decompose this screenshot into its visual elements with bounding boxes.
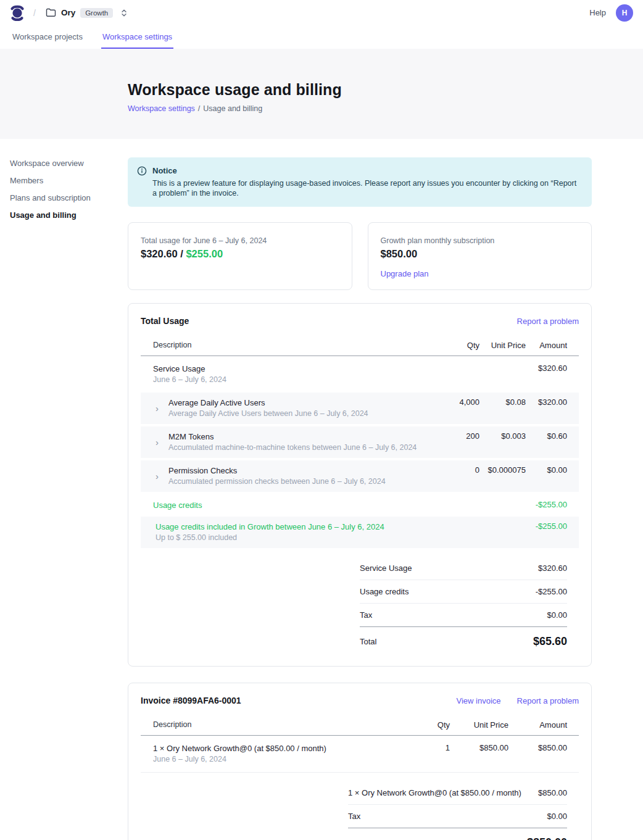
summary-row-tax: Tax $0.00: [360, 604, 567, 627]
total-usage-card-label: Total usage for June 6 – July 6, 2024: [141, 236, 339, 245]
col-unit-price: Unit Price: [450, 720, 508, 730]
total-usage-panel: Total Usage Report a problem Description…: [128, 303, 592, 667]
row-subtitle: Up to $ 255.00 included: [156, 533, 424, 543]
summary-value: -$255.00: [536, 587, 567, 596]
usage-separator: /: [178, 248, 186, 259]
row-title: Service Usage: [153, 364, 424, 374]
upgrade-plan-link[interactable]: Upgrade plan: [381, 269, 429, 278]
invoice-summary: 1 × Ory Network Growth@0 (at $850.00 / m…: [348, 781, 567, 840]
row-title: Usage credits: [153, 500, 424, 510]
summary-value: $850.00: [538, 788, 567, 797]
workspace-switcher[interactable]: Ory Growth: [46, 8, 128, 18]
row-subtitle: June 6 – July 6, 2024: [153, 754, 391, 765]
summary-label: Tax: [360, 610, 372, 620]
summary-row-usage-credits: Usage credits -$255.00: [360, 580, 567, 604]
col-description: Description: [141, 341, 424, 349]
col-amount: Amount: [508, 720, 579, 730]
row-unit-price: $850.00: [450, 743, 508, 752]
row-subtitle: Average Daily Active Users between June …: [168, 409, 368, 419]
col-qty: Qty: [424, 341, 479, 350]
row-unit-price: $0.08: [479, 397, 526, 407]
page-header: Workspace usage and billing Workspace se…: [0, 49, 643, 139]
chevron-right-icon[interactable]: ›: [156, 438, 162, 447]
row-subtitle: Accumulated machine-to-machine tokens be…: [168, 443, 417, 453]
row-title: 1 × Ory Network Growth@0 (at $850.00 / m…: [153, 743, 391, 754]
invoice-panel: Invoice #8099AFA6-0001 View invoice Repo…: [128, 683, 592, 840]
ory-logo-icon[interactable]: [10, 4, 25, 22]
sidebar-item-plans-and-subscription[interactable]: Plans and subscription: [10, 193, 128, 202]
table-row-permission-checks[interactable]: › Permission Checks Accumulated permissi…: [141, 460, 579, 492]
usage-report-problem-link[interactable]: Report a problem: [517, 317, 579, 326]
summary-row-plan: 1 × Ory Network Growth@0 (at $850.00 / m…: [348, 781, 567, 805]
col-qty: Qty: [391, 720, 450, 730]
notice-body: This is a preview feature for displaying…: [152, 178, 581, 198]
row-amount: -$255.00: [526, 500, 579, 509]
plan-badge: Growth: [80, 8, 113, 18]
table-row-usage-credits: Usage credits -$255.00: [141, 494, 579, 517]
summary-value: $0.00: [547, 610, 567, 620]
sidebar-item-usage-and-billing[interactable]: Usage and billing: [10, 210, 128, 220]
summary-value: $0.00: [547, 812, 567, 821]
tab-workspace-projects[interactable]: Workspace projects: [11, 25, 84, 49]
row-unit-price: $0.003: [479, 431, 526, 441]
invoice-panel-title: Invoice #8099AFA6-0001: [141, 696, 241, 705]
summary-total-value: $850.00: [527, 836, 567, 840]
workspace-name: Ory: [61, 8, 75, 17]
chevron-right-icon[interactable]: ›: [156, 404, 162, 413]
summary-row-total: Total $850.00: [348, 828, 567, 840]
summary-value: $320.60: [538, 563, 567, 573]
subscription-card-label: Growth plan monthly subscription: [381, 236, 579, 245]
row-title: M2M Tokens: [168, 431, 417, 442]
user-avatar[interactable]: H: [616, 4, 633, 22]
summary-row-total: Total $65.60: [360, 627, 567, 654]
row-subtitle: Accumulated permission checks between Ju…: [168, 476, 386, 487]
summary-label: 1 × Ory Network Growth@0 (at $850.00 / m…: [348, 788, 521, 797]
row-amount: $0.60: [526, 431, 579, 441]
row-amount: $320.00: [526, 397, 579, 407]
summary-label: Service Usage: [360, 563, 412, 573]
summary-label: Tax: [348, 812, 360, 821]
row-amount: -$255.00: [526, 522, 579, 531]
total-usage-card-value: $320.60 / $255.00: [141, 248, 339, 260]
preview-notice: Notice This is a preview feature for dis…: [128, 157, 592, 207]
row-unit-price: $0.000075: [479, 465, 526, 475]
help-link[interactable]: Help: [589, 8, 606, 17]
workspace-tabs: Workspace projects Workspace settings: [0, 25, 643, 49]
usage-table-header: Description Qty Unit Price Amount: [141, 336, 579, 356]
chevron-right-icon[interactable]: ›: [156, 472, 162, 481]
sidebar-item-members[interactable]: Members: [10, 176, 128, 185]
usage-table: Description Qty Unit Price Amount Servic…: [141, 336, 579, 548]
usage-current-amount: $320.60: [141, 248, 178, 259]
total-usage-card: Total usage for June 6 – July 6, 2024 $3…: [128, 222, 352, 290]
breadcrumb-separator: /: [33, 8, 36, 18]
sidebar-item-workspace-overview[interactable]: Workspace overview: [10, 159, 128, 168]
summary-row-service-usage: Service Usage $320.60: [360, 557, 567, 580]
row-qty: 0: [424, 465, 479, 475]
row-qty: 1: [391, 743, 450, 752]
table-row-usage-credits-detail: Usage credits included in Growth between…: [141, 517, 579, 548]
view-invoice-link[interactable]: View invoice: [457, 696, 501, 705]
settings-sidebar: Workspace overview Members Plans and sub…: [10, 157, 128, 840]
notice-title: Notice: [152, 165, 581, 176]
switcher-chevrons-icon[interactable]: [120, 9, 128, 17]
summary-row-tax: Tax $0.00: [348, 805, 567, 828]
row-qty: 4,000: [424, 397, 479, 407]
row-subtitle: June 6 – July 6, 2024: [153, 375, 424, 385]
usage-summary: Service Usage $320.60 Usage credits -$25…: [360, 557, 567, 654]
usage-panel-title: Total Usage: [141, 316, 189, 326]
row-title: Average Daily Active Users: [168, 397, 368, 408]
invoice-table: Description Qty Unit Price Amount 1 × Or…: [141, 715, 579, 773]
table-row-service-usage: Service Usage June 6 – July 6, 2024 $320…: [141, 356, 579, 393]
row-amount: $850.00: [508, 743, 579, 752]
table-row-average-daily-active-users[interactable]: › Average Daily Active Users Average Dai…: [141, 393, 579, 424]
tab-workspace-settings[interactable]: Workspace settings: [101, 25, 173, 49]
row-title: Permission Checks: [168, 465, 386, 476]
page-title: Workspace usage and billing: [128, 81, 643, 99]
invoice-report-problem-link[interactable]: Report a problem: [517, 696, 579, 705]
col-amount: Amount: [526, 341, 579, 350]
folder-icon: [46, 8, 56, 17]
breadcrumb: Workspace settings/Usage and billing: [128, 104, 643, 113]
breadcrumb-workspace-settings-link[interactable]: Workspace settings: [128, 104, 195, 113]
table-row-m2m-tokens[interactable]: › M2M Tokens Accumulated machine-to-mach…: [141, 426, 579, 458]
summary-label: Total: [360, 637, 376, 646]
